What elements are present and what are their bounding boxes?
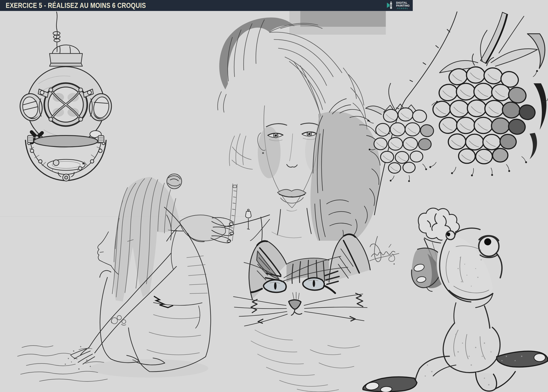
logo-word-painting: PAINTING	[396, 4, 410, 7]
sketch-frog	[362, 203, 548, 392]
digital-painting-school-logo: DIGITAL PAINTING .SCHOOL	[387, 1, 410, 10]
artist-signature	[368, 235, 401, 268]
logo-word-school: .SCHOOL	[396, 7, 410, 9]
title-bar: EXERCICE 5 - RÉALISEZ AU MOINS 6 CROQUIS…	[0, 0, 413, 11]
canvas: EXERCICE 5 - RÉALISEZ AU MOINS 6 CROQUIS…	[0, 0, 548, 392]
pencil-play-icon	[387, 1, 395, 10]
sketch-crouching-girl	[13, 174, 224, 388]
exercise-title: EXERCICE 5 - RÉALISEZ AU MOINS 6 CROQUIS	[6, 1, 146, 10]
sketch-raspberries	[364, 11, 548, 221]
sketch-diving-helmet	[18, 11, 114, 187]
logo-wordmark: DIGITAL PAINTING .SCHOOL	[396, 1, 410, 9]
